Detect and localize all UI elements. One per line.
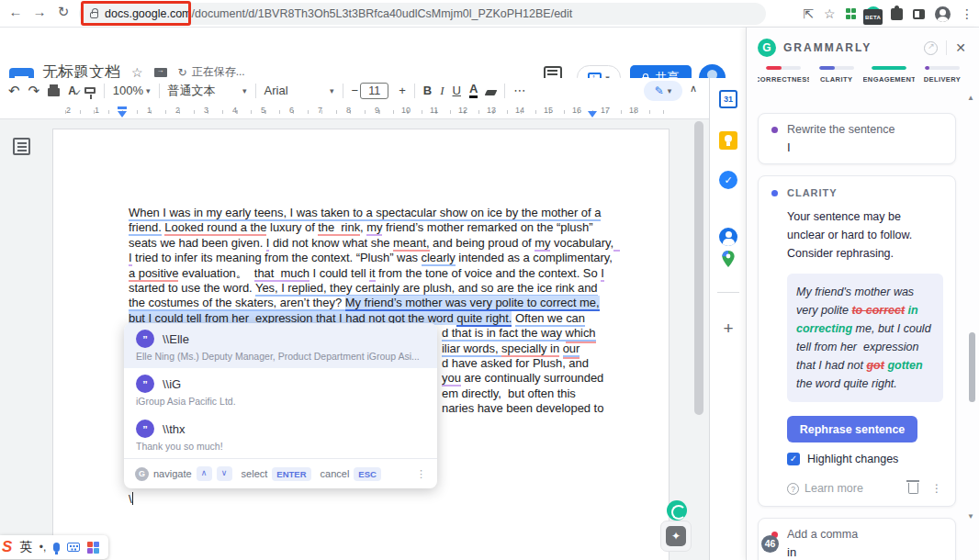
score-metric[interactable]: CORRECTNESS [758,66,809,84]
maps-icon[interactable] [719,250,737,268]
bold-button[interactable]: B [423,84,432,97]
first-line-indent-marker[interactable] [118,106,127,109]
contacts-icon[interactable] [719,228,737,246]
close-panel-icon[interactable]: ✕ [955,40,966,55]
document-scrollbar[interactable] [694,121,703,415]
left-indent-marker[interactable] [118,111,127,118]
browser-menu-icon[interactable]: ⋮ [961,7,973,20]
ruler-label: 10 [401,106,411,115]
ruler-label: 11 [430,106,438,115]
score-metric[interactable]: DELIVERY [917,66,968,84]
highlight-color-button[interactable] [486,85,496,95]
reload-icon[interactable]: ↻ [53,4,73,20]
print-icon[interactable] [48,85,60,96]
paragraph-style-select[interactable]: 普通文本▾ [168,83,247,99]
snippet-item[interactable]: ”\\iGiGroup Asia Pacific Ltd. [124,368,437,413]
enter-key-chip[interactable]: ENTER [272,467,310,481]
editing-mode-button[interactable]: ✎▾ [644,81,682,101]
rephrase-sentence-button[interactable]: Rephrase sentence [787,416,917,442]
document-line[interactable]: When I was in my early teens, I was take… [129,206,620,220]
forward-icon[interactable]: → [29,4,50,19]
font-select[interactable]: Arial▾ [264,84,334,97]
increase-font-icon[interactable]: + [399,84,406,97]
bookmark-star-icon[interactable]: ☆ [824,7,836,20]
calendar-icon[interactable]: 31 [719,90,737,108]
suggestion-list: Rewrite the sentence I CLARITY Your sent… [747,108,963,560]
score-metrics: CORRECTNESSCLARITYENGAGEMENTDELIVERY [747,64,979,91]
extension-grid-icon[interactable] [846,8,857,19]
document-line[interactable]: friend. Looked round a the luxury of the… [129,220,620,235]
address-bar[interactable]: docs.google.com/document/d/1BVR8Th3Oh5L3… [79,3,766,25]
spellcheck-icon[interactable]: A [68,84,76,97]
italic-button[interactable]: I [440,84,444,98]
comma-suggestion-card[interactable]: Add a comma in [758,518,956,560]
clarity-suggestion-card[interactable]: CLARITY Your sentence may be unclear or … [758,175,956,507]
document-outline-icon[interactable] [13,138,30,155]
snippet-quote-icon: ” [136,375,154,393]
score-metric[interactable]: ENGAGEMENT [863,66,915,84]
paint-format-icon[interactable] [84,87,96,94]
score-metric[interactable]: CLARITY [811,66,862,84]
ime-language-mode[interactable]: 英 [19,539,32,555]
move-folder-icon[interactable] [154,68,167,77]
navigate-up-button[interactable]: ∧ [197,466,212,481]
document-line[interactable]: I tried to infer its meaning from the co… [129,251,620,265]
grammarly-floating-widget[interactable] [667,500,687,521]
popup-menu-icon[interactable]: ⋮ [416,468,426,480]
font-size-input[interactable]: 11 [360,83,388,99]
grammarly-extension-icon[interactable]: GBETA [866,6,881,21]
text-color-button[interactable]: A [469,83,478,98]
decrease-font-icon[interactable]: − [352,84,359,97]
clarity-dot [771,190,778,196]
document-line[interactable]: a positive evaluation。 that much I could… [129,266,620,281]
share-page-icon[interactable]: ⇱ [803,7,814,20]
snippet-item[interactable]: ”\\thxThank you so much! [124,413,437,458]
undo-icon[interactable]: ↶ [8,83,20,99]
get-addons-button[interactable]: + [719,319,737,339]
keyboard-icon[interactable] [67,543,80,552]
zoom-select[interactable]: 100%▾ [113,84,151,97]
workspace-side-rail: 31 ✓ + [709,78,746,560]
panel-scroll-up-icon[interactable]: ▲ [967,94,974,102]
toolbar: ↶ ↷ A 100%▾ 普通文本▾ Arial▾ − 11 + B I U A … [0,78,709,103]
document-line[interactable]: the costumes of the skaters, aren’t they… [129,296,620,310]
assistant-sparkle-button[interactable]: ✦ [660,521,692,552]
extensions-puzzle-icon[interactable] [891,8,903,20]
panel-scrollbar[interactable] [969,332,975,402]
ruler-label: 1 [147,106,152,115]
document-line[interactable]: seats we had been given. I did not know … [129,236,620,251]
right-indent-marker[interactable] [588,111,597,118]
underline-button[interactable]: U [453,84,461,97]
browser-profile-avatar[interactable] [935,6,951,22]
trailing-text[interactable]: \ [129,492,133,506]
keep-icon[interactable] [719,131,737,150]
rewrite-suggestion-card[interactable]: Rewrite the sentence I [758,113,956,164]
sync-icon: ↻ [178,66,187,79]
ime-punctuation-toggle[interactable]: •, [39,541,47,554]
sogou-logo-icon[interactable]: S [2,538,12,556]
snippet-suggestion-popup: ”\\ElleElle Ning (Ms.) Deputy Manager, P… [124,323,437,488]
snippet-item[interactable]: ”\\ElleElle Ning (Ms.) Deputy Manager, P… [124,323,437,368]
browser-actions: ⇱ ☆ GBETA ⋮ [803,0,973,28]
panel-scroll-down-icon[interactable]: ▼ [967,512,974,521]
sidebar-toggle-icon[interactable] [913,9,925,19]
suggestion-dot [771,127,778,133]
learn-more-link[interactable]: Learn more [805,482,863,495]
rail-divider [717,292,739,293]
goals-icon[interactable] [924,41,938,55]
ruler-label: 2 [175,106,180,115]
document-line[interactable]: started to use the word. Yes, I replied,… [129,281,620,296]
navigate-down-button[interactable]: ∨ [217,466,232,481]
tasks-icon[interactable]: ✓ [719,171,737,189]
card-menu-icon[interactable]: ⋮ [931,482,942,495]
back-icon[interactable]: ← [6,4,26,19]
highlight-changes-checkbox[interactable]: ✓ [787,453,800,465]
trash-icon[interactable] [908,483,918,494]
rephrase-preview: My friend's mother was very polite to co… [787,274,943,402]
esc-key-chip[interactable]: ESC [354,467,381,481]
redo-icon[interactable]: ↷ [28,83,40,99]
more-tools-button[interactable]: ⋯ [513,84,525,97]
microphone-icon[interactable] [53,543,60,552]
hide-menus-button[interactable]: ∧ [690,83,697,95]
ime-toolbox-icon[interactable] [87,542,99,554]
